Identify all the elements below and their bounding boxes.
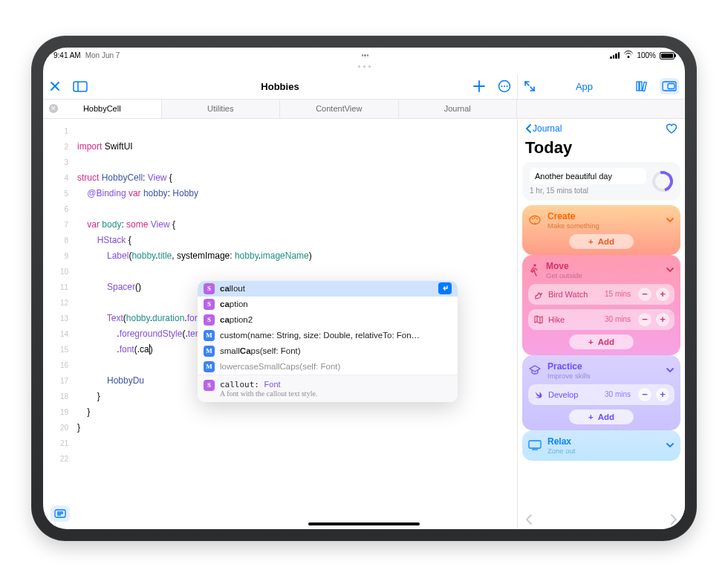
autocomplete-item[interactable]: Scaption: [198, 297, 458, 312]
code-line[interactable]: 1: [43, 123, 517, 139]
tab-label: Utilities: [207, 104, 233, 113]
close-tab-icon[interactable]: ✕: [49, 104, 58, 113]
code-line[interactable]: 19 }: [43, 404, 517, 420]
preview-pager: [522, 514, 680, 525]
card-header[interactable]: CreateMake something: [528, 211, 675, 230]
svg-point-3: [501, 85, 503, 87]
increase-button[interactable]: +: [656, 388, 669, 401]
tab-hobbycell[interactable]: ✕ HobbyCell: [43, 100, 162, 118]
back-button[interactable]: Journal: [525, 123, 562, 134]
next-page-icon[interactable]: [670, 514, 677, 525]
add-activity-button[interactable]: +Add: [569, 334, 634, 349]
cellular-icon: [610, 52, 620, 59]
home-indicator[interactable]: [308, 522, 420, 525]
status-time: 9:41 AM: [53, 51, 81, 59]
chevron-down-icon[interactable]: [666, 366, 675, 375]
line-number: 10: [43, 264, 77, 279]
completion-kind-badge: M: [204, 346, 215, 357]
multitask-dots[interactable]: [362, 54, 369, 56]
activity-row[interactable]: Hike 30 mins − +: [528, 309, 675, 330]
svg-rect-10: [668, 84, 675, 89]
more-icon[interactable]: [498, 80, 511, 93]
increase-button[interactable]: +: [656, 288, 669, 301]
code-line[interactable]: 3: [43, 155, 517, 170]
card-header[interactable]: MoveGet outside: [528, 261, 675, 279]
card-subtitle: Get outside: [546, 271, 582, 279]
practice-icon: [528, 364, 542, 376]
code-line[interactable]: 21: [43, 436, 517, 451]
activity-row[interactable]: Develop 30 mins − +: [528, 384, 675, 405]
app-preview: Journal Today 1 hr, 15 mins total: [517, 119, 685, 529]
tab-journal[interactable]: Journal: [399, 100, 518, 118]
add-activity-button[interactable]: +Add: [569, 410, 634, 424]
chevron-down-icon[interactable]: [666, 265, 675, 274]
autocomplete-item[interactable]: Scaption2: [198, 312, 458, 328]
expand-icon[interactable]: [524, 80, 536, 92]
sidebar-toggle-icon[interactable]: [73, 81, 88, 92]
decrease-button[interactable]: −: [638, 388, 651, 401]
autocomplete-item[interactable]: MlowercaseSmallCaps(self: Font): [198, 359, 458, 375]
window-grabber[interactable]: [351, 65, 377, 68]
plus-icon: +: [588, 337, 594, 346]
decrease-button[interactable]: −: [638, 313, 651, 326]
card-title: Relax: [547, 436, 576, 447]
code-line[interactable]: 4struct HobbyCell: View {: [43, 170, 517, 186]
tab-utilities[interactable]: Utilities: [162, 100, 281, 118]
status-bar: 9:41 AM Mon Jun 7 100%: [43, 48, 685, 64]
code-line[interactable]: 2import SwiftUI: [43, 139, 517, 155]
summary-input[interactable]: [530, 168, 646, 184]
autocomplete-item[interactable]: Mcustom(name: String, size: Double, rela…: [198, 328, 458, 343]
line-number: 5: [43, 186, 77, 201]
code-line[interactable]: 7 var body: some View {: [43, 217, 517, 233]
line-number: 13: [43, 311, 77, 326]
line-number: 2: [43, 139, 77, 155]
decrease-button[interactable]: −: [638, 288, 651, 301]
prev-page-icon[interactable]: [525, 514, 533, 525]
create-icon: [528, 213, 542, 227]
svg-point-17: [534, 217, 536, 219]
line-number: 19: [43, 404, 77, 420]
chevron-down-icon[interactable]: [666, 441, 675, 450]
code-line[interactable]: 20}: [43, 420, 517, 436]
increase-button[interactable]: +: [656, 313, 669, 326]
activity-row[interactable]: Bird Watch 15 mins − +: [528, 284, 675, 305]
code-line[interactable]: 22: [43, 451, 517, 467]
preview-label[interactable]: App: [543, 81, 625, 92]
line-number: 3: [43, 155, 77, 170]
tab-contentview[interactable]: ContentView: [280, 100, 399, 118]
code-line[interactable]: 6: [43, 201, 517, 217]
autocomplete-item[interactable]: Scallout: [198, 281, 458, 297]
preview-icon[interactable]: [660, 78, 679, 94]
chevron-down-icon[interactable]: [666, 216, 675, 224]
code-line[interactable]: 5 @Binding var hobby: Hobby: [43, 186, 517, 201]
completion-kind-badge: S: [204, 380, 215, 391]
wifi-icon: [623, 52, 633, 59]
card-header[interactable]: RelaxZone out: [528, 436, 675, 455]
plus-icon: +: [588, 237, 594, 246]
code-line[interactable]: 9 Label(hobby.title, systemImage: hobby.…: [43, 248, 517, 264]
quick-actions-button[interactable]: [51, 505, 70, 522]
code-line[interactable]: 8 HStack {: [43, 233, 517, 248]
move-icon: [528, 263, 540, 276]
map-icon: [533, 314, 544, 325]
accept-icon[interactable]: [438, 282, 452, 294]
code-line[interactable]: 10: [43, 264, 517, 279]
line-number: 6: [43, 201, 77, 217]
line-number: 12: [43, 295, 77, 311]
line-number: 14: [43, 326, 77, 342]
add-activity-button[interactable]: +Add: [569, 234, 634, 249]
close-icon[interactable]: [49, 80, 61, 92]
card-header[interactable]: PracticeImprove skills: [528, 361, 675, 380]
library-icon[interactable]: [633, 78, 652, 94]
autocomplete-item[interactable]: MsmallCaps(self: Font): [198, 343, 458, 359]
line-number: 16: [43, 357, 77, 373]
favorite-icon[interactable]: [666, 123, 677, 134]
preview-tab-spacer: [517, 100, 685, 118]
add-icon[interactable]: [472, 80, 486, 93]
activity-duration: 30 mins: [605, 390, 631, 398]
svg-rect-7: [640, 82, 642, 91]
code-editor[interactable]: 12import SwiftUI34struct HobbyCell: View…: [43, 119, 517, 529]
svg-rect-20: [529, 441, 541, 448]
tab-label: HobbyCell: [83, 104, 121, 113]
svg-rect-0: [74, 82, 87, 91]
